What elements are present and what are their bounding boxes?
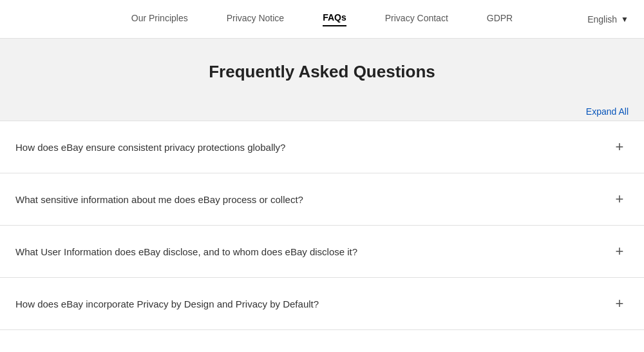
faq-list: How does eBay ensure consistent privacy … [0,121,644,330]
expand-all-button[interactable]: Expand All [586,106,629,117]
faq-toggle-icon-4: + [611,295,629,313]
faq-controls: Expand All [0,100,644,121]
page-title: Frequently Asked Questions [13,62,631,82]
faq-toggle-icon-1: + [611,138,629,156]
faq-toggle-icon-2: + [611,190,629,208]
chevron-down-icon: ▼ [621,15,629,24]
faq-item-2[interactable]: What sensitive information about me does… [0,173,644,226]
nav-item-privacy-contact[interactable]: Privacy Contact [385,13,448,26]
nav-item-faqs[interactable]: FAQs [323,12,346,26]
nav-item-gdpr[interactable]: GDPR [487,13,513,26]
hero-section: Frequently Asked Questions [0,39,644,100]
nav-item-privacy-notice[interactable]: Privacy Notice [227,13,284,26]
faq-question-3: What User Information does eBay disclose… [15,246,611,257]
language-selector[interactable]: English ▼ [587,14,629,24]
faq-item-1[interactable]: How does eBay ensure consistent privacy … [0,121,644,173]
faq-question-4: How does eBay incorporate Privacy by Des… [15,298,611,309]
language-label: English [587,14,617,24]
nav-item-our-principles[interactable]: Our Principles [131,13,188,26]
faq-item-3[interactable]: What User Information does eBay disclose… [0,226,644,278]
faq-question-2: What sensitive information about me does… [15,194,611,205]
faq-toggle-icon-3: + [611,242,629,260]
nav-bar: Our Principles Privacy Notice FAQs Priva… [0,0,644,39]
faq-question-1: How does eBay ensure consistent privacy … [15,142,611,153]
nav-items: Our Principles Privacy Notice FAQs Priva… [131,12,513,26]
faq-item-4[interactable]: How does eBay incorporate Privacy by Des… [0,278,644,330]
